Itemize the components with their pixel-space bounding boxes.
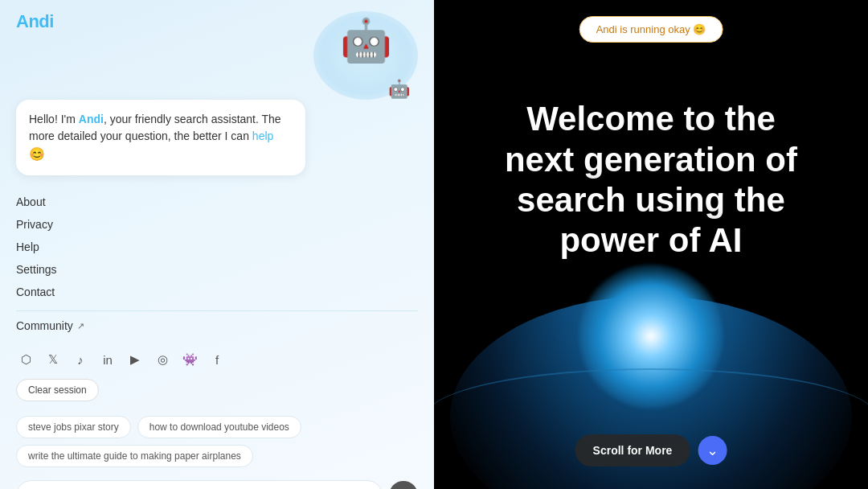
nav-divider [16,310,418,311]
nav-contact[interactable]: Contact [16,281,418,302]
discord-icon[interactable]: ⬡ [16,350,35,369]
right-panel: Andi is running okay 😊 Welcome to the ne… [434,0,868,489]
main-heading: Welcome to the next generation of search… [505,99,797,261]
clear-session-button[interactable]: Clear session [16,379,99,401]
reddit-icon[interactable]: 👾 [180,350,199,369]
heading-line3: search using the [517,181,785,219]
app-logo: Andi [16,11,54,32]
nav-about[interactable]: About [16,191,418,212]
external-link-icon: ↗ [77,321,84,331]
facebook-icon[interactable]: f [207,350,227,369]
scroll-button-wrap: Scroll for More ⌄ [575,434,727,466]
community-link[interactable]: Community ↗ [16,319,418,332]
scroll-for-more-button[interactable]: Scroll for More [575,434,690,466]
nav-settings[interactable]: Settings [16,259,418,280]
chip-2[interactable]: how to download youtube videos [137,416,301,438]
robot-icon: 🤖 [340,19,392,61]
chat-prefix: Hello! I'm [29,113,79,125]
community-label: Community [16,319,73,332]
scroll-down-button[interactable]: ⌄ [698,436,727,465]
linkedin-icon[interactable]: in [98,350,117,369]
youtube-icon[interactable]: ▶ [125,350,145,369]
input-area: ⚡ ➤ [0,472,434,489]
nav-links: About Privacy Help Settings Contact Comm… [0,183,434,340]
status-text: Andi is running okay 😊 [596,23,706,35]
chip-1[interactable]: steve jobs pixar story [16,416,131,438]
robot-illustration: 🤖 🤖 [313,11,418,100]
chat-area: Hello! I'm Andi, your friendly search as… [0,100,434,183]
chat-emoji: 😊 [29,147,45,161]
heading-line2: next generation of [505,141,797,179]
small-robot-icon: 🤖 [388,79,410,100]
left-panel: Andi 🤖 🤖 Hello! I'm Andi, your friendly … [0,0,434,489]
chat-help-link[interactable]: help [252,129,273,142]
heading-line4: power of AI [559,221,742,259]
chat-bubble: Hello! I'm Andi, your friendly search as… [16,100,305,175]
tiktok-icon[interactable]: ♪ [71,350,90,369]
send-button[interactable]: ➤ [389,481,418,489]
heading-line1: Welcome to the [526,100,776,138]
social-links: ⬡ 𝕏 ♪ in ▶ ◎ 👾 f [0,340,434,379]
chip-3[interactable]: write the ultimate guide to making paper… [16,445,253,467]
chevron-down-icon: ⌄ [706,442,719,459]
twitter-icon[interactable]: 𝕏 [43,350,63,369]
search-input-wrap: ⚡ [16,480,383,489]
instagram-icon[interactable]: ◎ [153,350,172,369]
status-badge: Andi is running okay 😊 [579,16,723,43]
chat-brand: Andi [79,113,104,125]
nav-help[interactable]: Help [16,236,418,257]
nav-privacy[interactable]: Privacy [16,214,418,235]
suggestion-chips: steve jobs pixar story how to download y… [0,411,434,472]
